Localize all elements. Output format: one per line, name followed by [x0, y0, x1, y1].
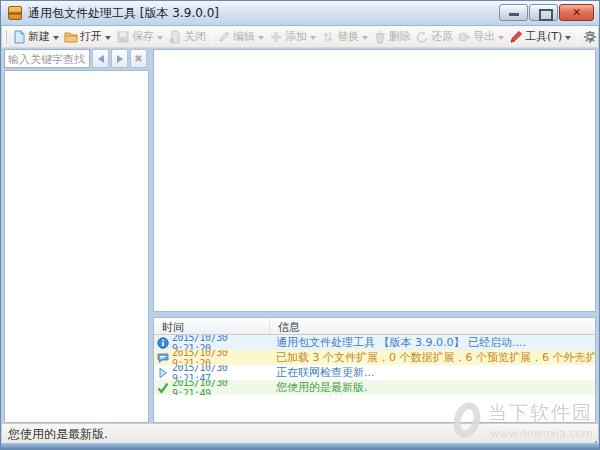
- chevron-down-icon[interactable]: [155, 29, 164, 45]
- toolbar-button-open[interactable]: 打开: [62, 27, 114, 47]
- main-content-area[interactable]: [153, 49, 596, 312]
- log-time: 2015/10/30 9:21:49: [172, 380, 270, 395]
- toolbar-button-replace[interactable]: 替换: [319, 27, 371, 47]
- minimize-button[interactable]: [499, 4, 528, 21]
- chevron-down-icon[interactable]: [496, 29, 505, 45]
- export-icon: [457, 30, 471, 44]
- maximize-button[interactable]: [529, 4, 558, 21]
- toolbar-button-add[interactable]: 添加: [267, 27, 319, 47]
- log-row[interactable]: 2015/10/30 9:21:20 通用包文件处理工具 【版本 3.9.0.0…: [154, 335, 595, 350]
- file-tree-panel[interactable]: [4, 70, 149, 423]
- replace-icon: [321, 30, 335, 44]
- log-time: 2015/10/30 9:21:20: [172, 335, 270, 350]
- log-panel[interactable]: 时间 信息 2015/10/30 9:21:20 通用包文件处理工具 【版本 3…: [153, 317, 596, 423]
- title-bar[interactable]: 通用包文件处理工具 [版本 3.9.0.0]: [1, 1, 599, 26]
- toolbar-button-edit[interactable]: 编辑: [215, 27, 267, 47]
- toolbar-overflow-button[interactable]: [585, 30, 596, 44]
- chevron-down-icon[interactable]: [563, 29, 572, 45]
- package-icon: [8, 6, 22, 20]
- restore-undo-icon: [415, 30, 429, 44]
- comment-icon: [157, 352, 169, 364]
- window-frame-bottom: [1, 443, 599, 449]
- column-header-time[interactable]: 时间: [154, 318, 270, 334]
- log-row[interactable]: 2015/10/30 9:21:49 您使用的是最新版.: [154, 380, 595, 395]
- add-plus-icon: [269, 30, 283, 44]
- toolbar-button-export[interactable]: 导出: [455, 27, 507, 47]
- open-folder-icon: [64, 30, 78, 44]
- toolbar-button-delete[interactable]: 删除: [371, 27, 413, 47]
- toolbar-button-restore[interactable]: 还原: [413, 27, 455, 47]
- clear-search-button[interactable]: ✖: [130, 49, 147, 68]
- play-icon: [157, 367, 169, 379]
- resize-grip[interactable]: [587, 437, 597, 447]
- arrow-left-icon: [98, 55, 104, 63]
- new-file-icon: [12, 30, 26, 44]
- close-button[interactable]: [559, 4, 594, 21]
- toolbar: 新建 打开 保存 关闭 编辑 添加: [2, 26, 598, 48]
- find-next-button[interactable]: [111, 49, 128, 68]
- toolbar-button-save[interactable]: 保存: [114, 27, 166, 47]
- arrow-right-icon: [117, 55, 123, 63]
- chevron-down-icon[interactable]: [103, 29, 112, 45]
- log-message: 通用包文件处理工具 【版本 3.9.0.0】 已经启动....: [270, 335, 595, 350]
- close-file-icon: [168, 30, 182, 44]
- toolbar-button-close-file[interactable]: 关闭: [166, 27, 208, 47]
- log-row[interactable]: 2015/10/30 9:21:47 正在联网检查更新...: [154, 365, 595, 380]
- chevron-down-icon[interactable]: [51, 29, 60, 45]
- check-icon: [157, 382, 169, 394]
- toolbar-separator: [577, 29, 578, 45]
- find-prev-button[interactable]: [92, 49, 109, 68]
- log-time: 2015/10/30 9:21:47: [172, 365, 270, 380]
- log-time: 2015/10/30 9:21:20: [172, 350, 270, 365]
- chevron-down-icon[interactable]: [360, 29, 369, 45]
- log-message: 您使用的是最新版.: [270, 380, 595, 395]
- chevron-down-icon[interactable]: [256, 29, 265, 45]
- search-input[interactable]: [4, 49, 90, 68]
- chevron-down-icon[interactable]: [308, 29, 317, 45]
- save-icon: [116, 30, 130, 44]
- app-window: 通用包文件处理工具 [版本 3.9.0.0] 新建 打开 保存 关闭: [0, 0, 600, 450]
- window-title: 通用包文件处理工具 [版本 3.9.0.0]: [28, 5, 219, 22]
- log-table-header: 时间 信息: [154, 318, 595, 335]
- tools-pen-icon: [509, 30, 523, 44]
- log-row[interactable]: 2015/10/30 9:21:20 已加载 3 个文件扩展，0 个数据扩展，6…: [154, 350, 595, 365]
- info-icon: [157, 337, 169, 349]
- clear-x-icon: ✖: [134, 54, 142, 64]
- status-text: 您使用的是最新版.: [8, 427, 108, 441]
- sidebar-search-row: ✖: [4, 49, 149, 68]
- toolbar-button-new[interactable]: 新建: [10, 27, 62, 47]
- edit-pencil-icon: [217, 30, 231, 44]
- toolbar-gripper[interactable]: [5, 30, 7, 44]
- column-header-message[interactable]: 信息: [270, 318, 595, 334]
- log-message: 正在联网检查更新...: [270, 365, 595, 380]
- toolbar-separator: [211, 29, 212, 45]
- delete-trash-icon: [373, 30, 387, 44]
- status-bar: 您使用的是最新版.: [2, 423, 598, 443]
- toolbar-button-tools[interactable]: 工具(T): [507, 27, 574, 47]
- log-message: 已加载 3 个文件扩展，0 个数据扩展，6 个预览扩展，6 个外壳扩展，1 个.…: [270, 350, 595, 365]
